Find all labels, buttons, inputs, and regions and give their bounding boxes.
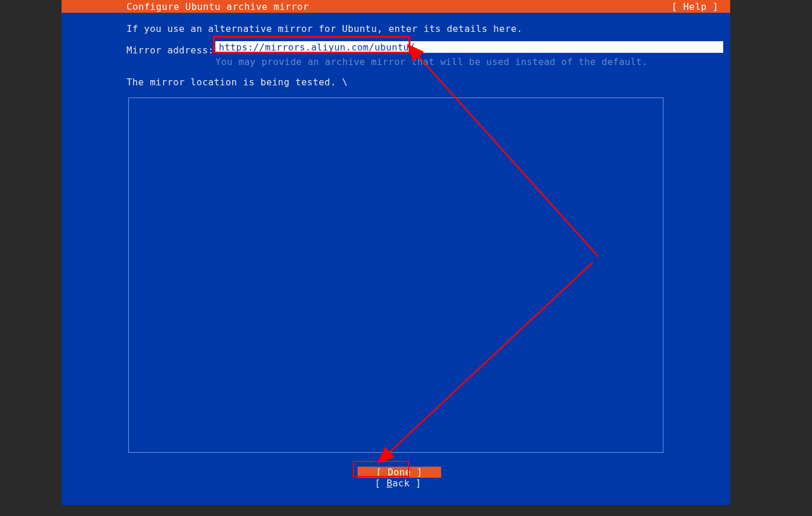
mirror-address-label: Mirror address: [127,45,214,56]
back-button[interactable]: [ Back ] [358,478,439,489]
done-rest: one ] [394,467,423,478]
back-pre: [ [375,478,387,489]
back-rest: ack ] [392,478,421,489]
page-title: Configure Ubuntu archive mirror [67,1,309,12]
installer-screen: Configure Ubuntu archive mirror [ Help ]… [62,0,730,505]
done-pre: [ [376,467,388,478]
mirror-test-output-box [128,98,663,453]
title-bar: Configure Ubuntu archive mirror [ Help ] [62,0,730,13]
done-accel: D [388,467,394,478]
help-button[interactable]: [ Help ] [672,1,724,12]
done-button[interactable]: [ Done ] [358,467,441,478]
instruction-text: If you use an alternative mirror for Ubu… [127,23,522,34]
testing-status-text: The mirror location is being tested. \ [127,77,348,88]
back-accel: B [387,478,392,489]
mirror-hint-text: You may provide an archive mirror that w… [215,56,648,67]
mirror-address-input[interactable] [215,41,723,53]
